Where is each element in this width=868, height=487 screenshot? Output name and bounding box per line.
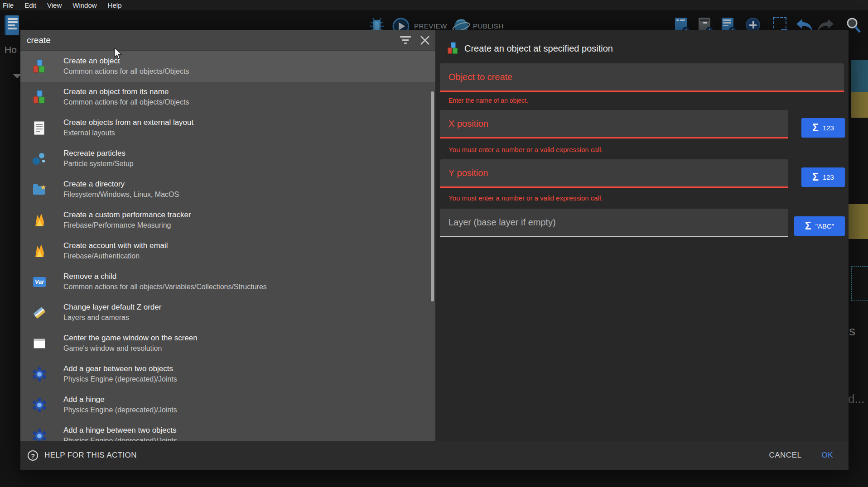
- background-text-fragment: s: [849, 324, 855, 339]
- action-subtitle: Firebase/Performance Measuring: [63, 220, 435, 230]
- action-title: Add a hinge: [63, 394, 435, 405]
- action-subtitle: Game's window and resolution: [63, 343, 435, 353]
- list-item-create-a-directory[interactable]: ★ Create a directoryFilesystem/Windows, …: [20, 174, 435, 205]
- sigma-icon: Σ: [812, 172, 819, 182]
- field-placeholder: X position: [448, 119, 488, 129]
- search-bar[interactable]: create: [20, 30, 435, 51]
- menu-edit[interactable]: Edit: [24, 1, 36, 9]
- action-title: Recreate particles: [63, 148, 435, 158]
- list-item-add-hinge-between-objects[interactable]: Add a hinge between two objectsPhysics E…: [20, 420, 435, 441]
- x-position-field[interactable]: X position: [440, 110, 788, 138]
- search-input[interactable]: create: [27, 30, 51, 51]
- menu-view[interactable]: View: [47, 1, 62, 9]
- list-item-create-object-from-name[interactable]: Create an object from its nameCommon act…: [20, 82, 435, 113]
- menu-window[interactable]: Window: [72, 1, 96, 9]
- variable-icon: Var: [32, 274, 47, 290]
- action-subtitle: Physics Engine (deprecated)/Joints: [63, 435, 435, 441]
- menu-bar: File Edit View Window Help: [0, 0, 868, 10]
- field-placeholder: Layer (base layer if empty): [448, 217, 556, 228]
- action-subtitle: Particle system/Setup: [63, 158, 435, 169]
- list-item-add-gear[interactable]: Add a gear between two objectsPhysics En…: [20, 359, 435, 390]
- expression-builder-button[interactable]: Σ 123: [801, 167, 845, 187]
- dialog-footer: ? HELP FOR THIS ACTION CANCEL OK: [20, 441, 849, 470]
- objects-cubes-icon: [32, 59, 47, 74]
- action-title: Add a hinge between two objects: [63, 425, 435, 435]
- filter-icon[interactable]: [400, 35, 411, 45]
- action-parameters-panel: Create an object at specified position O…: [435, 30, 849, 441]
- game-window-icon: [32, 336, 47, 351]
- instruction-editor-dialog: create Create an objectCommon actions fo…: [20, 30, 849, 470]
- action-title: Center the game window on the screen: [63, 333, 435, 343]
- objects-cubes-icon: [446, 42, 460, 55]
- background-text-fragment: d...: [848, 392, 864, 406]
- list-item-change-layer-z-order[interactable]: Change layer default Z orderLayers and c…: [20, 297, 435, 328]
- list-item-create-account-email[interactable]: Create account with with emailFirebase/A…: [20, 236, 435, 267]
- action-search-panel: create Create an objectCommon actions fo…: [20, 30, 435, 441]
- field-helper-text: Enter the name of an object.: [448, 97, 528, 104]
- action-subtitle: Common actions for all objects/Variables…: [63, 282, 435, 292]
- action-title: Create account with with email: [63, 240, 435, 251]
- project-manager-icon[interactable]: [5, 15, 19, 35]
- action-title: Change layer default Z order: [63, 302, 435, 312]
- list-item-remove-a-child[interactable]: Var Remove a childCommon actions for all…: [20, 267, 435, 297]
- action-title: Add a gear between two objects: [63, 363, 435, 374]
- scene-object-olive: [849, 204, 868, 239]
- layers-eraser-icon: [32, 305, 47, 320]
- field-placeholder: Object to create: [448, 72, 512, 82]
- scene-object-olive: [851, 92, 868, 118]
- scene-object-teal: [851, 60, 868, 92]
- folder-star-icon: ★: [32, 182, 47, 197]
- list-item-recreate-particles[interactable]: Recreate particlesParticle system/Setup: [20, 143, 435, 174]
- help-button[interactable]: ? HELP FOR THIS ACTION: [28, 441, 137, 470]
- objects-cubes-icon: [32, 90, 47, 105]
- physics-gear-icon: [32, 397, 47, 413]
- action-subtitle: External layouts: [63, 128, 435, 138]
- ok-button[interactable]: OK: [821, 451, 833, 460]
- firebase-flame-icon: [32, 213, 47, 228]
- particles-icon: [32, 151, 47, 167]
- list-item-create-objects-external-layout[interactable]: Create objects from an external layoutEx…: [20, 113, 435, 143]
- expression-builder-button[interactable]: Σ "ABC": [794, 216, 845, 236]
- y-position-field[interactable]: Y position: [440, 159, 788, 188]
- action-subtitle: Physics Engine (deprecated)/Joints: [63, 405, 435, 415]
- physics-gear-icon: [32, 428, 47, 441]
- list-item-create-an-object[interactable]: Create an objectCommon actions for all o…: [20, 51, 435, 82]
- expression-builder-button[interactable]: Σ 123: [801, 118, 845, 138]
- search-results-list: Create an objectCommon actions for all o…: [20, 51, 435, 441]
- object-to-create-field[interactable]: Object to create: [440, 63, 844, 92]
- menu-help[interactable]: Help: [108, 1, 122, 9]
- action-subtitle: Common actions for all objects/Objects: [63, 66, 435, 76]
- action-title: Create a directory: [63, 179, 435, 189]
- physics-gear-icon: [32, 367, 47, 382]
- action-subtitle: Firebase/Authentication: [63, 251, 435, 261]
- list-item-create-performance-tracker[interactable]: Create a custom performance trackerFireb…: [20, 205, 435, 236]
- field-placeholder: Y position: [448, 168, 488, 178]
- sigma-icon: Σ: [812, 123, 819, 133]
- list-item-add-a-hinge[interactable]: Add a hingePhysics Engine (deprecated)/J…: [20, 390, 435, 420]
- cancel-button[interactable]: CANCEL: [769, 451, 801, 460]
- mouse-cursor: [114, 48, 122, 60]
- action-subtitle: Layers and cameras: [63, 312, 435, 323]
- question-mark-icon: ?: [28, 450, 38, 461]
- action-title: Create objects from an external layout: [63, 117, 435, 128]
- firebase-flame-icon: [32, 244, 47, 259]
- action-subtitle: Common actions for all objects/Objects: [63, 97, 435, 107]
- action-title: Create a custom performance tracker: [63, 210, 435, 220]
- sigma-icon: Σ: [805, 221, 811, 231]
- app-window: File Edit View Window Help PREVIEW: [0, 0, 868, 487]
- list-item-center-game-window[interactable]: Center the game window on the screenGame…: [20, 328, 435, 359]
- field-error-text: You must enter a number or a valid expre…: [448, 194, 603, 202]
- action-subtitle: Filesystem/Windows, Linux, MacOS: [63, 189, 435, 200]
- panel-title: Create an object at specified position: [464, 43, 613, 54]
- external-layout-document-icon: [32, 120, 47, 136]
- action-title: Remove a child: [63, 271, 435, 282]
- menu-file[interactable]: File: [3, 1, 14, 9]
- list-scrollbar[interactable]: [431, 91, 434, 301]
- publish-button[interactable]: PUBLISH: [473, 22, 504, 30]
- preview-button[interactable]: PREVIEW: [414, 22, 447, 30]
- layer-field[interactable]: Layer (base layer if empty): [440, 209, 788, 237]
- selection-outline-fragment: [851, 266, 868, 301]
- close-icon[interactable]: [419, 34, 431, 46]
- home-tab-fragment: Ho: [5, 44, 17, 55]
- field-error-text: You must enter a number or a valid expre…: [448, 146, 603, 153]
